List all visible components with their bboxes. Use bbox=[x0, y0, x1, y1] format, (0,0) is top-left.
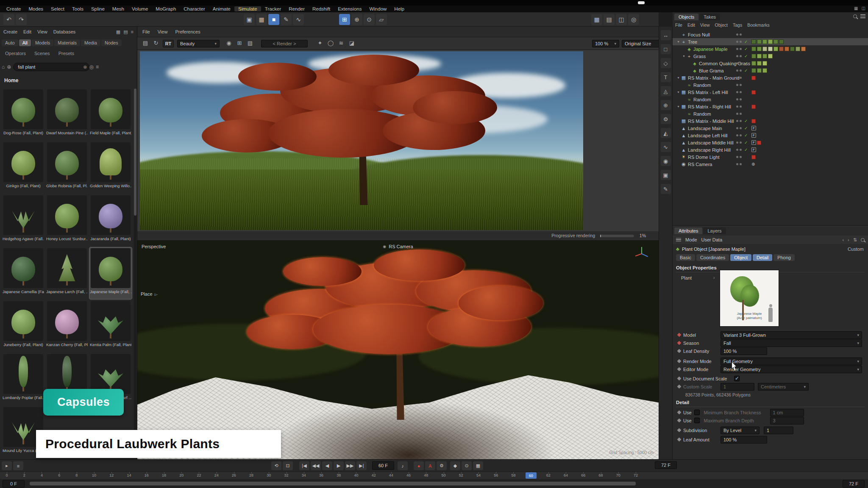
attr-tab-layers[interactable]: Layers bbox=[703, 227, 726, 234]
enabled-check-icon[interactable]: ✓ bbox=[744, 54, 748, 58]
grid-toggle-icon[interactable]: ⊞ bbox=[339, 14, 350, 25]
material-swatch[interactable] bbox=[801, 47, 806, 51]
ab-compare-icon[interactable]: ◪ bbox=[347, 40, 356, 46]
visibility-dot[interactable] bbox=[740, 134, 742, 136]
visibility-dot[interactable] bbox=[740, 91, 742, 93]
objects-menu-edit[interactable]: Edit bbox=[687, 22, 695, 28]
phong-tag-icon[interactable]: F bbox=[751, 147, 756, 152]
pass-dropdown[interactable]: Beauty bbox=[177, 40, 220, 47]
material-swatch[interactable] bbox=[751, 61, 756, 66]
sphere-icon[interactable]: ◉ bbox=[661, 156, 671, 166]
previous-key-button[interactable]: ◀◀ bbox=[311, 461, 321, 470]
asset-golden-weeping-willo[interactable]: Golden Weeping Willo... bbox=[89, 141, 132, 193]
max-branch-checkbox[interactable] bbox=[694, 418, 700, 423]
undo-icon[interactable]: ↶ bbox=[3, 14, 14, 25]
magnet-icon[interactable]: ▦ bbox=[473, 461, 483, 470]
enabled-check-icon[interactable]: ✓ bbox=[744, 47, 748, 51]
min-branch-checkbox[interactable] bbox=[694, 410, 700, 415]
material-swatch[interactable] bbox=[757, 54, 762, 58]
visibility-dot[interactable] bbox=[736, 98, 738, 100]
material-swatch[interactable] bbox=[751, 68, 756, 73]
objects-tab-objects[interactable]: Objects bbox=[674, 14, 698, 20]
material-swatch[interactable] bbox=[751, 54, 756, 58]
material-swatch[interactable] bbox=[762, 61, 767, 66]
asset-field-maple-fall-plant[interactable]: Field Maple (Fall, Plant) bbox=[89, 89, 132, 140]
phong-tag-icon[interactable]: F bbox=[751, 133, 756, 138]
visibility-dot[interactable] bbox=[736, 113, 738, 115]
attr-page-object[interactable]: Object bbox=[730, 254, 751, 261]
attr-page-basic[interactable]: Basic bbox=[676, 254, 695, 261]
visibility-dot[interactable] bbox=[740, 156, 742, 158]
visibility-dot[interactable] bbox=[736, 156, 738, 158]
plant-thumbnail[interactable]: Japanese Maple (Acer palmatum) bbox=[720, 270, 779, 327]
current-frame-field[interactable]: 60 F bbox=[372, 461, 394, 470]
object-row-random[interactable]: ≈Random bbox=[673, 110, 868, 117]
visibility-dot[interactable] bbox=[736, 41, 738, 43]
visibility-dot[interactable] bbox=[740, 127, 742, 129]
visibility-dot[interactable] bbox=[740, 141, 742, 144]
visibility-dot[interactable] bbox=[740, 149, 742, 151]
expand-icon[interactable]: ▾ bbox=[676, 90, 681, 94]
material-swatch[interactable] bbox=[768, 39, 773, 44]
expander-icon[interactable]: › bbox=[713, 275, 715, 280]
sub-tab-scenes[interactable]: Scenes bbox=[31, 50, 53, 57]
asset-honey-locust-sunbur[interactable]: Honey Locust 'Sunbur... bbox=[46, 194, 88, 246]
pyramid-icon[interactable]: ◬ bbox=[661, 86, 671, 96]
filter-tab-materials[interactable]: Materials bbox=[54, 39, 80, 46]
material-swatch[interactable] bbox=[751, 39, 756, 44]
param-marker[interactable] bbox=[677, 333, 682, 337]
visibility-dot[interactable] bbox=[736, 84, 738, 86]
timeline-menu-icon[interactable]: ≡ bbox=[13, 461, 23, 470]
visibility-dot[interactable] bbox=[736, 69, 738, 72]
snapshot-icon[interactable]: ▤ bbox=[141, 40, 150, 46]
target-tag-icon[interactable]: ⊕ bbox=[751, 162, 755, 166]
asset-menu-view[interactable]: View bbox=[37, 29, 47, 34]
asset-globe-robinia-fall-pl[interactable]: Globe Robinia (Fall, Pl... bbox=[46, 141, 88, 193]
material-swatch[interactable] bbox=[768, 54, 773, 58]
model-dropdown[interactable]: Variant 3 Full-Grown bbox=[721, 331, 862, 339]
object-row-focus-null[interactable]: +Focus Null bbox=[673, 31, 868, 38]
menu-simulate[interactable]: Simulate bbox=[234, 6, 261, 11]
menu-mesh[interactable]: Mesh bbox=[108, 6, 128, 11]
preview-range-icon[interactable]: ⊡ bbox=[283, 461, 293, 470]
object-row-rs-matrix-right-hill[interactable]: ▾▦RS Matrix - Right Hill bbox=[673, 103, 868, 110]
layout-rows-icon[interactable]: ▤ bbox=[604, 14, 615, 25]
visibility-dot[interactable] bbox=[736, 62, 738, 64]
enabled-check-icon[interactable]: ✓ bbox=[744, 147, 748, 152]
enabled-check-icon[interactable]: ✓ bbox=[744, 133, 748, 138]
asset-options-icon[interactable]: ≡ bbox=[96, 64, 99, 70]
visibility-dot[interactable] bbox=[740, 77, 742, 79]
object-row-random[interactable]: ≈Random bbox=[673, 81, 868, 89]
editor-mode-dropdown[interactable]: Render Geometry bbox=[721, 366, 862, 373]
asset-menu-create[interactable]: Create bbox=[3, 29, 17, 34]
forward-icon[interactable]: › bbox=[848, 237, 849, 242]
param-marker[interactable] bbox=[677, 349, 682, 353]
material-swatch[interactable] bbox=[785, 47, 789, 51]
phong-tag-icon[interactable]: F bbox=[751, 140, 756, 145]
visibility-dot[interactable] bbox=[740, 105, 742, 108]
asset-menu-databases[interactable]: Databases bbox=[53, 29, 76, 34]
visibility-dot[interactable] bbox=[740, 62, 742, 64]
asset-jacaranda-fall-plant[interactable]: Jacaranda (Fall, Plant) bbox=[89, 194, 132, 246]
objects-menu-object[interactable]: Object bbox=[715, 22, 728, 28]
material-swatch[interactable] bbox=[779, 39, 784, 44]
render-menu-file[interactable]: File bbox=[142, 29, 150, 34]
perspective-viewport[interactable]: Perspective ◉ RS Camera Place ▻ Grid Spa… bbox=[137, 241, 659, 459]
subdivision-mode-dropdown[interactable]: By Level bbox=[721, 427, 760, 434]
menu-animate[interactable]: Animate bbox=[209, 6, 234, 11]
material-swatch[interactable] bbox=[779, 47, 784, 51]
viewport-layout-icon[interactable]: ▣ bbox=[661, 170, 671, 180]
object-row-rs-camera[interactable]: ◉RS Camera⊕ bbox=[673, 161, 868, 168]
asset-lombardy-poplar-fall[interactable]: Lombardy Poplar (Fall... bbox=[2, 353, 45, 405]
view-list-icon[interactable]: ▤ bbox=[123, 29, 128, 35]
visibility-dot[interactable] bbox=[740, 84, 742, 86]
render-mode-dropdown[interactable]: Full Geometry bbox=[721, 358, 862, 365]
asset-ginkgo-fall-plant[interactable]: Ginkgo (Fall, Plant) bbox=[2, 141, 45, 193]
layout-split-icon[interactable]: ◫ bbox=[616, 14, 627, 25]
menu-icon[interactable] bbox=[676, 238, 681, 242]
deformer-icon[interactable]: ∿ bbox=[661, 142, 671, 152]
enabled-check-icon[interactable]: ✓ bbox=[744, 126, 748, 130]
material-swatch[interactable] bbox=[762, 68, 767, 73]
material-swatch[interactable] bbox=[768, 47, 773, 51]
loop-playback-icon[interactable]: ⟲ bbox=[271, 461, 281, 470]
